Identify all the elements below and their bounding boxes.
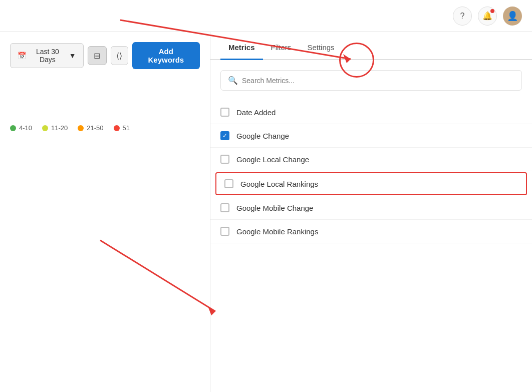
legend-item-11-20: 11-20 (42, 124, 68, 132)
search-icon: 🔍 (228, 76, 238, 85)
notification-button[interactable]: 🔔 (478, 7, 497, 26)
legend-item-4-10: 4-10 (10, 124, 32, 132)
checkbox-google-mobile-rankings[interactable] (220, 227, 229, 236)
legend-dot-red (114, 125, 120, 131)
metric-label-google-local-change: Google Local Change (236, 155, 309, 164)
date-range-label: Last 30 Days (30, 48, 65, 64)
checkbox-google-change[interactable]: ✓ (220, 131, 229, 140)
date-range-button[interactable]: 📅 Last 30 Days ▼ (10, 43, 84, 68)
checkbox-google-mobile-change[interactable] (220, 203, 229, 212)
legend-item-51: 51 (114, 124, 130, 132)
toolbar-row: 📅 Last 30 Days ▼ ⊟ ⟨⟩ Add Keywords (10, 42, 200, 69)
tab-settings[interactable]: Settings (299, 36, 342, 60)
top-bar: ? 🔔 👤 (0, 0, 532, 32)
metric-label-google-mobile-rankings: Google Mobile Rankings (236, 227, 318, 236)
filter-button[interactable]: ⊟ (88, 46, 107, 65)
tabs-row: Metrics Filters Settings (210, 32, 532, 60)
legend-row: 4-10 11-20 21-50 51 (10, 119, 200, 137)
search-bar: 🔍 (220, 70, 522, 91)
metric-item-date-added[interactable]: Date Added (210, 101, 532, 124)
tab-filters[interactable]: Filters (263, 36, 300, 60)
metric-label-date-added: Date Added (236, 108, 276, 117)
chevron-down-icon: ▼ (69, 52, 76, 60)
checkbox-google-local-change[interactable] (220, 155, 229, 164)
legend-dot-yellow (42, 125, 48, 131)
checkbox-google-local-rankings[interactable] (224, 179, 233, 188)
legend-label-4-10: 4-10 (19, 124, 32, 132)
metric-label-google-mobile-change: Google Mobile Change (236, 204, 313, 212)
legend-label-11-20: 11-20 (51, 124, 68, 132)
avatar[interactable]: 👤 (503, 7, 522, 26)
notification-badge (490, 9, 494, 13)
legend-dot-orange (78, 125, 84, 131)
help-button[interactable]: ? (453, 7, 472, 26)
checkbox-date-added[interactable] (220, 108, 229, 117)
legend-label-21-50: 21-50 (87, 124, 103, 132)
filter-bars-icon: ⊟ (94, 51, 100, 61)
search-input[interactable] (242, 77, 514, 85)
metric-item-google-local-rankings[interactable]: Google Local Rankings (215, 172, 527, 195)
share-button[interactable]: ⟨⟩ (111, 46, 128, 65)
main-content: 📅 Last 30 Days ▼ ⊟ ⟨⟩ Add Keywords 4-10 … (0, 32, 532, 392)
metric-label-google-local-rankings: Google Local Rankings (240, 180, 318, 188)
metric-item-google-local-change[interactable]: Google Local Change (210, 148, 532, 171)
tab-metrics[interactable]: Metrics (220, 36, 263, 60)
legend-item-21-50: 21-50 (78, 124, 103, 132)
metrics-list: Date Added ✓ Google Change Google Local … (210, 96, 532, 248)
right-panel: Metrics Filters Settings 🔍 Date Added ✓ (210, 32, 532, 392)
metric-item-google-mobile-change[interactable]: Google Mobile Change (210, 196, 532, 220)
calendar-icon: 📅 (18, 52, 26, 60)
legend-dot-green (10, 125, 16, 131)
metric-item-google-mobile-rankings[interactable]: Google Mobile Rankings (210, 220, 532, 243)
metric-label-google-change: Google Change (236, 132, 289, 140)
add-keywords-button[interactable]: Add Keywords (132, 42, 200, 69)
metric-item-google-change[interactable]: ✓ Google Change (210, 124, 532, 148)
left-panel: 📅 Last 30 Days ▼ ⊟ ⟨⟩ Add Keywords 4-10 … (0, 32, 210, 392)
legend-label-51: 51 (123, 124, 130, 132)
share-icon: ⟨⟩ (116, 51, 122, 61)
help-icon: ? (460, 12, 465, 21)
avatar-icon: 👤 (507, 11, 518, 22)
